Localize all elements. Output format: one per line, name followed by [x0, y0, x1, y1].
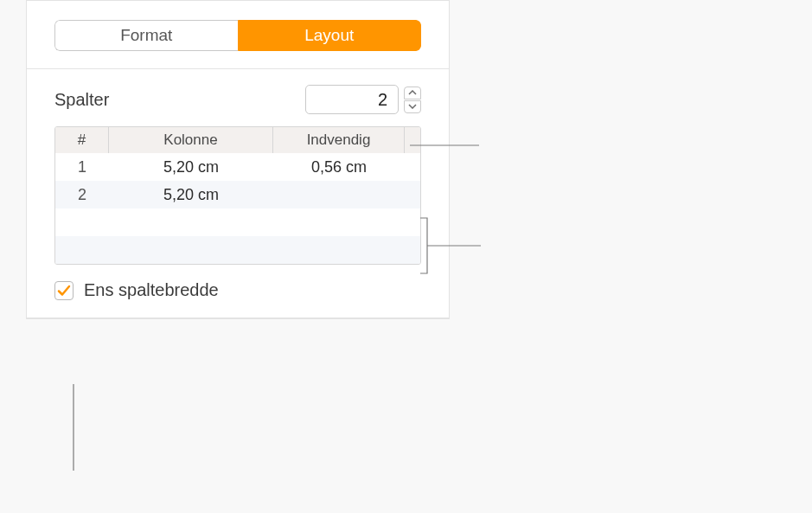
columns-table: # Kolonne Indvendig 1 5,20 cm 0,56 cm 2 …	[54, 126, 421, 265]
cell-indvendig[interactable]: 0,56 cm	[273, 153, 405, 181]
equal-width-checkbox[interactable]	[54, 281, 74, 300]
columns-count-value: 2	[378, 90, 387, 110]
tab-layout[interactable]: Layout	[238, 20, 422, 51]
cell-indvendig[interactable]	[273, 181, 405, 208]
table-row[interactable]: 2 5,20 cm	[55, 181, 420, 208]
tab-format-label: Format	[120, 26, 172, 45]
th-kolonne[interactable]: Kolonne	[109, 127, 273, 153]
columns-count-control: 2	[305, 85, 421, 114]
cell-kolonne[interactable]: 5,20 cm	[109, 181, 273, 208]
cell-kolonne[interactable]: 5,20 cm	[109, 153, 273, 181]
equal-width-label: Ens spaltebredde	[84, 280, 219, 300]
columns-table-header: # Kolonne Indvendig	[55, 127, 420, 153]
stepper-down[interactable]	[404, 100, 421, 113]
checkmark-icon	[57, 284, 71, 298]
tab-segmented-control: Format Layout	[54, 20, 421, 51]
equal-width-row: Ens spaltebredde	[54, 280, 421, 300]
cell-row-number: 1	[55, 153, 109, 181]
table-row-empty	[55, 208, 420, 236]
callout-leader-checkbox	[73, 384, 74, 471]
chevron-up-icon	[408, 90, 417, 95]
callout-leader-stepper	[410, 135, 479, 156]
cell-row-number: 2	[55, 181, 109, 208]
tab-format[interactable]: Format	[54, 20, 238, 51]
columns-count-input[interactable]: 2	[305, 85, 399, 114]
table-row[interactable]: 1 5,20 cm 0,56 cm	[55, 153, 420, 181]
th-indvendig[interactable]: Indvendig	[273, 127, 405, 153]
callout-leader-table	[420, 216, 481, 277]
tab-layout-label: Layout	[304, 26, 354, 45]
columns-header-row: Spalter 2	[54, 85, 421, 114]
columns-count-stepper	[404, 87, 421, 113]
columns-label: Spalter	[54, 90, 109, 110]
table-row-empty	[55, 236, 420, 264]
chevron-down-icon	[408, 104, 417, 109]
th-number[interactable]: #	[55, 127, 109, 153]
columns-section: Spalter 2 # Kolonne Indvendi	[27, 69, 449, 317]
panel-bottom-divider	[27, 317, 449, 318]
columns-table-body: 1 5,20 cm 0,56 cm 2 5,20 cm	[55, 153, 420, 264]
inspector-panel: Format Layout Spalter 2	[26, 0, 450, 319]
tab-row: Format Layout	[27, 1, 449, 68]
stepper-up[interactable]	[404, 87, 421, 99]
